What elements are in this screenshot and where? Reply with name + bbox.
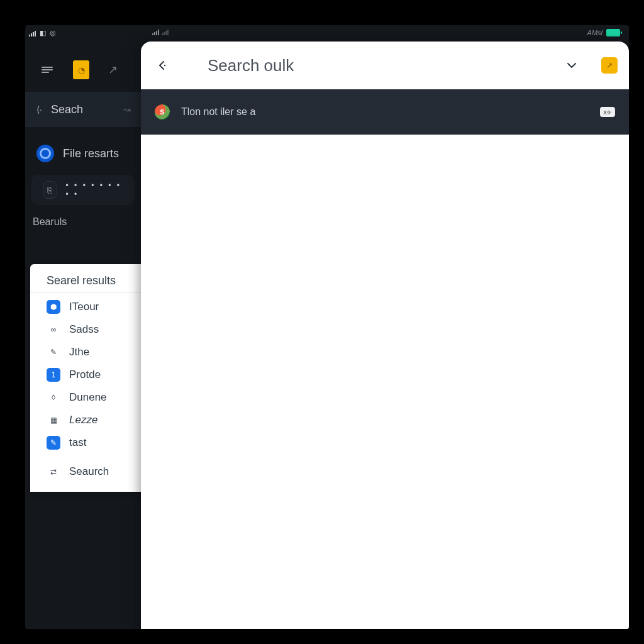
app-icon[interactable]: ◔ xyxy=(73,60,89,79)
content-area xyxy=(141,135,629,629)
result-icon: ◊ xyxy=(47,391,60,404)
search-icon: ⇄ xyxy=(47,465,60,479)
result-label: tast xyxy=(69,436,86,449)
result-item[interactable]: ◊ Dunene xyxy=(30,386,146,409)
results-title: Searel results xyxy=(30,270,146,293)
sidebar-item-label: Seach xyxy=(51,103,83,116)
banner-badge-icon: S xyxy=(155,104,170,119)
result-item[interactable]: ✎ Jthe xyxy=(30,341,146,364)
status-bar-left: ◧ ◎ xyxy=(29,29,56,37)
status-bar-right: AMsl xyxy=(587,29,620,36)
result-label: ITeour xyxy=(69,301,99,313)
status-bar-left-secondary xyxy=(152,29,169,35)
result-icon: 1 xyxy=(47,368,60,382)
result-item[interactable]: 1 Protde xyxy=(30,364,146,386)
signal-icon xyxy=(29,30,36,36)
battery-icon xyxy=(606,29,620,36)
circle-icon xyxy=(36,145,54,162)
sidebar-item-password[interactable]: ⎘ • • • • • • • • • xyxy=(31,175,135,205)
banner-close-chip[interactable]: x⎆ xyxy=(600,107,616,117)
banner-text: Tlon not iler se a xyxy=(181,106,255,118)
lock-icon: ⎘ xyxy=(43,181,57,199)
main-header: Search oulk ↗ xyxy=(141,42,629,89)
result-icon: ∞ xyxy=(47,323,60,336)
menu-icon[interactable] xyxy=(40,63,54,77)
sidebar-top: ◔ ↗ xyxy=(25,48,141,92)
action-square-button[interactable]: ↗ xyxy=(601,57,618,74)
result-icon: ✎ xyxy=(47,436,60,450)
signal-icon xyxy=(152,29,159,35)
result-label: Lezze xyxy=(69,414,97,426)
result-icon: ✎ xyxy=(47,345,60,359)
page-title: Search oulk xyxy=(208,56,294,75)
result-label: Dunene xyxy=(69,391,107,404)
trail-icon: ↝ xyxy=(123,104,131,114)
result-label: Protde xyxy=(69,369,101,381)
result-item[interactable]: ✎ tast xyxy=(30,431,146,454)
password-dots: • • • • • • • • • xyxy=(66,181,123,199)
result-item[interactable]: ▦ Lezze xyxy=(30,409,146,431)
result-label: Jthe xyxy=(69,346,89,358)
svg-point-0 xyxy=(164,65,165,66)
result-label: Sadss xyxy=(69,323,99,336)
status-glyph-1: ◧ xyxy=(40,29,46,37)
back-chip-icon: ⟨· xyxy=(36,104,42,114)
result-icon: ▦ xyxy=(47,413,60,427)
result-footer-search[interactable]: ⇄ Seaurch xyxy=(30,460,146,483)
result-item[interactable]: ⬢ ITeour xyxy=(30,296,146,318)
sidebar-item-file-results[interactable]: File resarts xyxy=(25,136,141,171)
result-icon: ⬢ xyxy=(47,300,60,314)
status-right-label: AMsl xyxy=(587,29,602,36)
signal-icon-dim xyxy=(162,29,169,35)
info-banner: S Tlon not iler se a x⎆ xyxy=(141,89,629,135)
sidebar-item-search[interactable]: ⟨· Seach ↝ xyxy=(25,92,141,127)
status-glyph-2: ◎ xyxy=(50,29,56,37)
chevron-icon[interactable]: ↗ xyxy=(108,63,118,77)
chevron-down-icon[interactable] xyxy=(565,58,579,72)
app-window: ◧ ◎ AMsl ◔ ↗ ⟨· Seach ↝ File resarts ⎘ xyxy=(25,25,629,629)
sidebar-section-header: Bearuls xyxy=(25,209,141,233)
result-item[interactable]: ∞ Sadss xyxy=(30,318,146,341)
back-button[interactable] xyxy=(152,55,172,75)
main-panel: Search oulk ↗ S Tlon not iler se a x⎆ xyxy=(141,42,629,629)
sidebar-item-label: File resarts xyxy=(63,147,119,160)
results-panel: Searel results ⬢ ITeour ∞ Sadss ✎ Jthe 1… xyxy=(30,264,146,492)
result-label: Seaurch xyxy=(69,465,109,478)
